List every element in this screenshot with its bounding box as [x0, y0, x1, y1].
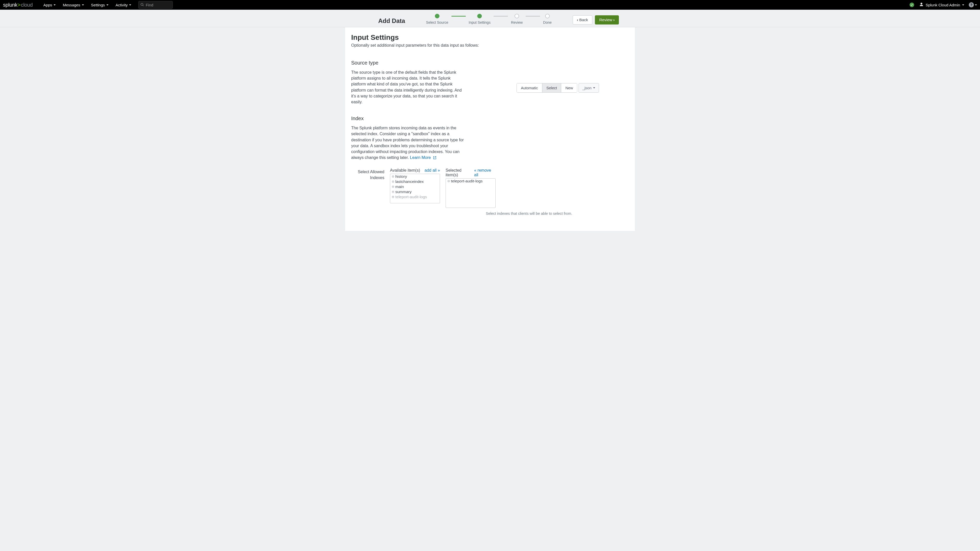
user-menu[interactable]: Splunk Cloud Admin	[919, 2, 964, 7]
global-search	[138, 1, 173, 9]
caret-down-icon	[962, 4, 964, 6]
step-input-settings[interactable]: Input Settings	[466, 14, 494, 24]
index-icon	[392, 191, 394, 193]
help-menu[interactable]: ?	[969, 2, 977, 7]
back-button[interactable]: ‹ Back	[573, 15, 593, 24]
step-done[interactable]: Done	[540, 14, 555, 24]
main-panel: Input Settings Optionally set additional…	[345, 27, 635, 231]
logo[interactable]: splunk > cloud	[3, 0, 33, 10]
global-topbar: splunk > cloud Apps Messages Settings Ac…	[0, 0, 980, 10]
available-item[interactable]: main	[390, 184, 440, 189]
index-icon	[392, 196, 394, 198]
step-label: Select Source	[426, 21, 448, 24]
available-listbox[interactable]: historylastchanceindexmainsummarytelepor…	[390, 174, 440, 203]
svg-point-3	[392, 181, 394, 181]
caret-down-icon	[107, 4, 108, 6]
chevron-right-icon: ›	[613, 17, 614, 22]
caret-down-icon	[975, 4, 977, 6]
available-item[interactable]: summary	[390, 189, 440, 194]
caret-down-icon	[54, 4, 56, 6]
available-item[interactable]: history	[390, 174, 440, 179]
index-picker: Select Allowed Indexes Available item(s)…	[351, 168, 629, 208]
selected-column: Selected item(s) « remove all teleport-a…	[445, 168, 496, 208]
item-label: lastchanceindex	[395, 179, 424, 184]
sourcetype-dropdown[interactable]: _json	[579, 83, 599, 93]
selected-label: Selected item(s)	[445, 168, 474, 177]
logo-caret: >	[18, 0, 21, 10]
available-label: Available item(s)	[390, 168, 420, 173]
picker-label: Select Allowed Indexes	[351, 168, 384, 208]
sourcetype-select-button[interactable]: Select	[542, 83, 562, 92]
wizard-title: Add Data	[378, 14, 405, 24]
health-status-icon[interactable]	[910, 3, 914, 7]
svg-point-7	[448, 180, 450, 181]
chevron-left-icon: ‹	[577, 17, 578, 22]
step-label: Input Settings	[469, 21, 491, 24]
help-icon: ?	[969, 2, 974, 7]
nav-settings-label: Settings	[91, 3, 105, 7]
step-label: Done	[543, 21, 552, 24]
sourcetype-new-button[interactable]: New	[561, 83, 577, 92]
learn-more-label: Learn More	[410, 156, 431, 160]
step-connector	[493, 16, 508, 17]
nav-activity[interactable]: Activity	[112, 0, 135, 10]
learn-more-link[interactable]: Learn More	[410, 156, 436, 160]
available-column: Available item(s) add all » historylastc…	[390, 168, 440, 208]
picker-label-line2: Indexes	[370, 176, 384, 180]
wizard-header: Add Data Select Source Input Settings Re…	[0, 10, 980, 27]
logo-cloud: cloud	[21, 0, 33, 10]
nav-messages[interactable]: Messages	[59, 0, 87, 10]
selected-item[interactable]: teleport-audit-logs	[446, 179, 495, 184]
sourcetype-automatic-button[interactable]: Automatic	[517, 83, 542, 92]
nav-settings[interactable]: Settings	[88, 0, 112, 10]
index-icon	[447, 180, 450, 183]
index-icon	[392, 180, 394, 183]
caret-down-icon	[82, 4, 84, 6]
step-connector	[526, 16, 540, 17]
review-label: Review	[599, 17, 612, 22]
svg-point-2	[392, 176, 394, 176]
nav-apps[interactable]: Apps	[40, 0, 59, 10]
available-item: teleport-audit-logs	[390, 194, 440, 200]
index-footer-note: Select indexes that clients will be able…	[351, 211, 578, 216]
step-dot-icon	[477, 14, 482, 18]
svg-point-6	[392, 196, 394, 197]
back-label: Back	[579, 17, 588, 22]
available-item[interactable]: lastchanceindex	[390, 179, 440, 184]
svg-point-4	[392, 186, 394, 186]
step-dot-icon	[435, 14, 439, 18]
nav-messages-label: Messages	[63, 3, 80, 7]
picker-label-line1: Select Allowed	[358, 170, 384, 174]
step-label: Review	[511, 21, 523, 24]
index-heading: Index	[351, 116, 629, 121]
index-description: The Splunk platform stores incoming data…	[351, 125, 466, 161]
step-dot-icon	[545, 14, 550, 18]
svg-point-0	[141, 3, 143, 6]
selected-listbox[interactable]: teleport-audit-logs	[445, 178, 496, 208]
index-icon	[392, 175, 394, 178]
item-label: teleport-audit-logs	[395, 195, 427, 199]
sourcetype-segmented: Automatic Select New	[517, 83, 577, 93]
nav-apps-label: Apps	[43, 3, 52, 7]
remove-all-link[interactable]: « remove all	[474, 168, 496, 177]
step-review[interactable]: Review	[508, 14, 526, 24]
caret-down-icon	[593, 87, 595, 89]
user-icon	[919, 2, 924, 7]
step-select-source[interactable]: Select Source	[423, 14, 451, 24]
search-icon	[140, 3, 144, 7]
item-label: summary	[395, 189, 412, 194]
review-button[interactable]: Review ›	[595, 15, 619, 24]
sourcetype-heading: Source type	[351, 60, 629, 66]
index-icon	[392, 186, 394, 188]
item-label: history	[395, 174, 407, 179]
nav-activity-label: Activity	[116, 3, 128, 7]
caret-down-icon	[129, 4, 131, 6]
index-body-text: The Splunk platform stores incoming data…	[351, 126, 464, 160]
page-title: Input Settings	[351, 33, 629, 41]
svg-point-5	[392, 191, 394, 192]
user-name: Splunk Cloud Admin	[926, 3, 960, 7]
item-label: teleport-audit-logs	[451, 179, 483, 183]
add-all-link[interactable]: add all »	[425, 168, 440, 173]
page-subtitle: Optionally set additional input paramete…	[351, 43, 629, 48]
wizard-steps: Select Source Input Settings Review Done	[423, 14, 555, 24]
